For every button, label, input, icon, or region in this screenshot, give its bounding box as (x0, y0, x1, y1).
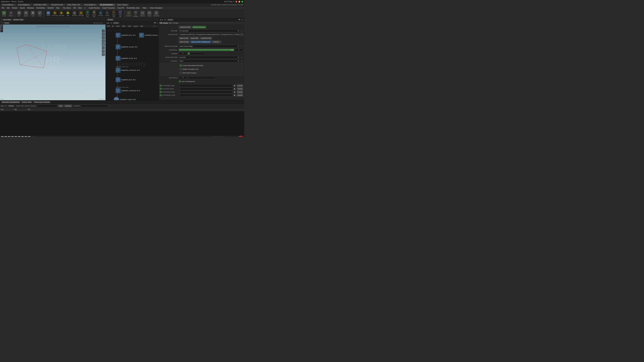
switcher-btn[interactable]: Switcher (139, 10, 146, 17)
ng-tools-btn[interactable]: Tools (127, 25, 132, 27)
menu-file[interactable]: File (1, 7, 5, 9)
fc-post-frame-input[interactable] (180, 91, 233, 93)
menu-render[interactable]: Render (11, 7, 18, 9)
fc-check-intermediate[interactable] (180, 64, 182, 66)
ss-attributes-input[interactable] (81, 105, 108, 107)
play-back-btn[interactable]: ◁ (11, 136, 14, 137)
tab-tricecold-1[interactable]: tricecold@trice... (1, 3, 16, 6)
ng-layout-btn[interactable]: Layout (132, 25, 139, 27)
menu-tim-mono[interactable]: Tim_Mono (62, 7, 72, 9)
tab-simplescreen[interactable]: SimpleScreenR... (50, 3, 66, 6)
menu-1[interactable]: 1 (83, 7, 86, 9)
ng-table-btn[interactable]: Table (121, 25, 126, 27)
left-tool-3[interactable]: ⊞ (0, 24, 3, 26)
sky-light-btn[interactable]: Sky Light (98, 10, 104, 17)
fc-controls-btn[interactable]: Controls... (212, 40, 221, 43)
tube-btn[interactable]: Tube (30, 10, 36, 17)
vp-camera-btn[interactable]: 📷 (102, 50, 105, 53)
ng-work-btn[interactable]: Work (116, 25, 120, 27)
left-tool-5[interactable]: ⋮ (0, 29, 3, 32)
line-btn[interactable]: Line (36, 10, 43, 17)
menu-edit[interactable]: Edit (6, 7, 10, 9)
tab-add-btn[interactable]: + (52, 101, 53, 103)
menu-renderman[interactable]: RenderMan (36, 7, 46, 9)
fc-transform-dropdown[interactable]: None ▼ (179, 60, 240, 62)
vp-home-btn[interactable]: ⌂ (102, 29, 105, 32)
stereo-camera-btn[interactable]: Stereo (146, 10, 153, 17)
menu-main[interactable]: Main (77, 7, 83, 9)
vp-rotate-btn[interactable]: ↻ (102, 36, 105, 39)
fc-geometry-file-btn[interactable]: … (240, 33, 243, 36)
menu-280[interactable]: 280 (72, 7, 77, 9)
vp-pan-btn[interactable]: ✥ (102, 39, 105, 42)
fc-post-frame-icon[interactable]: ▶ (234, 91, 236, 93)
ng-search-btn[interactable]: 🔍 (154, 22, 156, 24)
menu-guide-renders[interactable]: Guide Renders (88, 7, 101, 9)
stop-btn[interactable]: ■ (14, 136, 17, 137)
rp-fwd-btn[interactable]: ▶ (162, 19, 163, 21)
fc-pre-render-icon[interactable]: ▶ (234, 84, 236, 87)
spot-light-btn[interactable]: Spot Light (58, 10, 64, 17)
fc-check-pre-render[interactable] (160, 85, 162, 87)
fc-valid-frame-dropdown[interactable]: Save Frame Range ▼ (179, 45, 240, 48)
fc-reload-geometry-btn[interactable]: Reload Geometry (192, 26, 206, 28)
tab-tricecold-3[interactable]: tricecold@trice... (83, 3, 98, 6)
rp-info-btn[interactable]: ℹ (241, 19, 241, 21)
fc-post-render-icon[interactable]: ▶ (234, 94, 236, 96)
start-frame-display[interactable]: 1 (212, 136, 218, 137)
fc-check-post-render[interactable] (160, 94, 162, 96)
node-content[interactable]: Geometry Indie Edition heightfield_blur1 (106, 28, 158, 100)
left-tool-4[interactable]: ✎ (0, 27, 3, 29)
scene-view-btn[interactable]: Scene (1, 10, 8, 17)
menu-draw-sim[interactable]: Draw Simulation (149, 7, 163, 9)
area-light-btn[interactable]: Area Light (78, 10, 84, 17)
fc-pre-frame-input[interactable] (180, 87, 233, 90)
left-tool-1[interactable]: ↑ (0, 18, 3, 21)
app-menu-places[interactable]: Places (12, 1, 16, 2)
fc-load-from-disk-btn[interactable]: Load from Disk (179, 26, 191, 28)
fc-geometry-file-path[interactable]: /media/tricecold/NVME_Storage/Work/Houdi… (179, 33, 240, 36)
node-panel-title[interactable]: Terrain (107, 18, 114, 21)
gamecam-btn[interactable]: Gamecam (153, 10, 160, 17)
traffic-light-red[interactable] (236, 1, 237, 2)
vp-select-btn[interactable]: ▣ (102, 43, 105, 46)
ng-help-btn[interactable]: Help (139, 25, 144, 27)
ng-view-list[interactable]: ≡ (155, 25, 156, 27)
cam-label[interactable]: No cam (98, 22, 103, 24)
tab-python-shell[interactable]: Python Shell (21, 101, 32, 103)
traffic-light-yellow[interactable] (238, 1, 240, 2)
fc-pre-render-input[interactable] (180, 84, 233, 87)
rp-search-btn[interactable]: 🔍 (238, 19, 240, 21)
node-heightfield-drawma[interactable]: heightfield_drawma... (139, 33, 158, 37)
menu-radshift[interactable]: Radshift (46, 7, 55, 9)
ng-view-tree[interactable]: ⋮ (156, 25, 158, 27)
menu-cloud-fx[interactable]: Cloud FX (116, 7, 125, 9)
fc-inc-value[interactable]: 1 (235, 49, 243, 51)
rp-context[interactable]: Terrain (167, 19, 174, 21)
ss-view-btn[interactable]: View (58, 105, 64, 107)
node-heightfield-maskclear2[interactable]: Heightfield Layer Clear heightfield_mask… (116, 86, 140, 93)
node-heightfield-noise2[interactable]: heightfield_noise2 (116, 56, 137, 61)
fc-check-post-frame[interactable] (160, 91, 162, 93)
rp-back-btn[interactable]: ◀ (160, 19, 161, 21)
caustic-light-btn[interactable]: Caustic Light (110, 10, 117, 17)
prev-start-btn[interactable]: ⏮ (1, 136, 4, 137)
app-menu-system[interactable]: System (18, 1, 23, 2)
tab-elitefallen-vid[interactable]: Elite_Fallen_Vid... (66, 3, 82, 6)
fc-check-init-sim[interactable] (180, 68, 182, 70)
fc-save-filter-btn[interactable]: Save Filter (190, 37, 200, 39)
prev-key-btn[interactable]: ◀◀ (4, 136, 7, 137)
menu-help[interactable]: Help (55, 7, 60, 9)
play-fwd-btn[interactable]: ▷ (18, 136, 20, 137)
menu-renderman-jobs[interactable]: RenderMan Jobs (126, 7, 140, 9)
fc-save-to-disk-btn[interactable]: Save to Disk (179, 40, 190, 43)
rp-settings-btn[interactable]: ⚙ (242, 19, 243, 21)
menu-guide-properties[interactable]: Guide Properties (101, 7, 116, 9)
vp-wireframe-btn[interactable]: ◻ (102, 46, 105, 49)
ambient-light-btn[interactable]: Ambient Light (91, 10, 97, 17)
end-frame-display[interactable]: 240 (219, 136, 224, 137)
ss-context[interactable]: Terrain (8, 105, 14, 107)
menu-windows[interactable]: Windows (26, 7, 35, 9)
render-view-btn[interactable]: Render (8, 10, 14, 17)
ss-nav-1[interactable]: ◀ (1, 105, 2, 107)
